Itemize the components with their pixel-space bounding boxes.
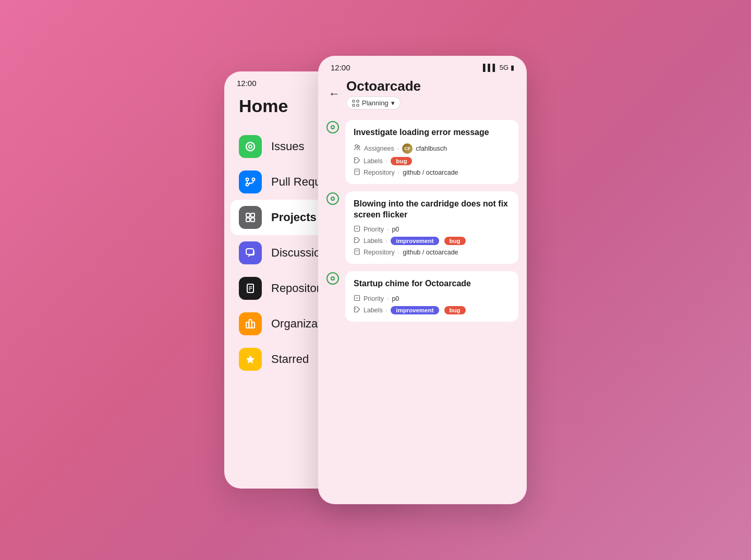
svg-point-4	[246, 184, 249, 186]
svg-rect-29	[355, 249, 359, 254]
issue-status-icon-2	[326, 192, 339, 205]
svg-rect-18	[357, 100, 359, 102]
issue-title-1: Investigate loading error message	[354, 127, 510, 138]
starred-label: Starred	[271, 352, 309, 366]
issues-icon	[239, 135, 262, 158]
labels-label-2: Labels	[364, 237, 383, 245]
planning-chevron: ▾	[391, 99, 395, 107]
issue-card-1: Investigate loading error message Assign…	[345, 120, 518, 184]
svg-rect-8	[251, 218, 255, 222]
svg-point-23	[355, 159, 356, 160]
issue-assignees-row-1: Assignees · CF cfahlbusch	[354, 143, 510, 154]
issue-priority-row-2: Priority · p0	[354, 225, 510, 234]
svg-rect-9	[246, 249, 253, 254]
repositories-icon	[239, 277, 262, 300]
pull-requests-icon	[239, 171, 262, 193]
repo-name: Octoarcade	[346, 78, 421, 94]
assignee-avatar-1: CF	[402, 143, 413, 154]
planning-label: Planning	[362, 99, 389, 107]
repo-header-text: Octoarcade Planning ▾	[346, 78, 421, 109]
issue-title-2: Blowing into the cardridge does not fix …	[354, 199, 510, 221]
label-improvement-2: improvement	[391, 237, 439, 245]
back-button[interactable]: ←	[329, 87, 340, 101]
svg-rect-16	[249, 320, 252, 328]
svg-point-22	[358, 145, 360, 148]
issue-item-2[interactable]: Blowing into the cardridge does not fix …	[326, 191, 518, 264]
labels-label-1: Labels	[364, 157, 383, 165]
svg-point-1	[249, 145, 252, 148]
svg-rect-20	[357, 104, 359, 106]
planning-pill[interactable]: Planning ▾	[346, 96, 401, 109]
right-header: ← Octoarcade Planning ▾	[318, 76, 527, 116]
issue-status-icon-3	[326, 272, 339, 285]
octoarcade-screen: 12:00 ▌▌▌ 5G ▮ ← Octoarcade Planning	[318, 56, 527, 504]
issue-open-dot-2	[331, 197, 335, 201]
labels-icon-1	[354, 157, 360, 165]
right-signal-icon: ▌▌▌	[483, 64, 498, 71]
screens-container: 12:00 ▌▌▌ 5G ▮ Home Issues	[224, 56, 527, 504]
starred-icon	[239, 348, 262, 371]
svg-point-2	[246, 178, 249, 181]
issue-priority-row-3: Priority · p0	[354, 295, 510, 303]
issue-open-dot-3	[331, 276, 335, 281]
svg-rect-6	[251, 213, 255, 217]
svg-point-0	[246, 142, 255, 151]
priority-icon-3	[354, 295, 360, 303]
issue-repo-row-1: Repository · github / octoarcade	[354, 168, 510, 177]
issues-label: Issues	[271, 140, 305, 153]
label-bug-2: bug	[444, 237, 466, 245]
projects-icon	[239, 206, 262, 229]
organizations-icon	[239, 312, 262, 335]
right-status-bar: 12:00 ▌▌▌ 5G ▮	[318, 56, 527, 76]
planning-grid-icon	[352, 100, 359, 107]
priority-value-3: p0	[392, 295, 399, 302]
left-time: 12:00	[237, 79, 257, 88]
issue-item-1[interactable]: Investigate loading error message Assign…	[326, 120, 518, 184]
right-status-icons: ▌▌▌ 5G ▮	[483, 64, 514, 71]
right-battery-icon: ▮	[511, 64, 514, 71]
issue-labels-row-1: Labels · bug	[354, 157, 510, 165]
svg-rect-19	[353, 104, 355, 106]
repo-label-2: Repository	[364, 249, 395, 256]
svg-rect-15	[252, 322, 255, 328]
labels-icon-2	[354, 237, 360, 245]
labels-label-3: Labels	[364, 307, 383, 314]
repo-icon-1	[354, 168, 360, 177]
assignees-label-1: Assignees	[364, 145, 394, 152]
issue-title-3: Startup chime for Octoarcade	[354, 278, 510, 289]
svg-rect-17	[353, 100, 355, 102]
issue-card-3: Startup chime for Octoarcade Priority · …	[345, 271, 518, 322]
right-network-type: 5G	[500, 64, 508, 71]
repo-label-1: Repository	[364, 169, 395, 176]
priority-label-2: Priority	[364, 226, 384, 233]
repo-icon-2	[354, 248, 360, 257]
svg-point-28	[355, 239, 356, 240]
label-bug-3: bug	[444, 306, 466, 314]
issue-labels-row-3: Labels · improvement bug	[354, 306, 510, 314]
assignees-icon	[354, 144, 361, 153]
svg-point-33	[355, 308, 356, 309]
issue-status-icon-1	[326, 121, 339, 133]
issue-labels-row-2: Labels · improvement bug	[354, 237, 510, 245]
label-bug-1: bug	[391, 157, 412, 165]
assignee-name-1: cfahlbusch	[416, 145, 447, 152]
issue-card-2: Blowing into the cardridge does not fix …	[345, 191, 518, 264]
issue-item-3[interactable]: Startup chime for Octoarcade Priority · …	[326, 271, 518, 322]
priority-icon-2	[354, 225, 360, 234]
label-improvement-3: improvement	[391, 306, 439, 314]
svg-rect-7	[246, 218, 250, 222]
discussions-icon	[239, 241, 262, 264]
issue-open-dot-1	[331, 125, 335, 129]
issues-list: Investigate loading error message Assign…	[318, 116, 527, 496]
svg-rect-24	[355, 169, 359, 175]
svg-rect-14	[246, 322, 249, 328]
issue-repo-row-2: Repository · github / octoarcade	[354, 248, 510, 257]
labels-icon-3	[354, 306, 360, 314]
projects-label: Projects	[271, 211, 317, 224]
svg-point-3	[252, 178, 255, 181]
repo-value-1: github / octoarcade	[403, 169, 458, 176]
priority-value-2: p0	[392, 226, 399, 233]
right-time: 12:00	[331, 63, 350, 72]
svg-rect-5	[246, 213, 250, 217]
priority-label-3: Priority	[364, 295, 384, 302]
